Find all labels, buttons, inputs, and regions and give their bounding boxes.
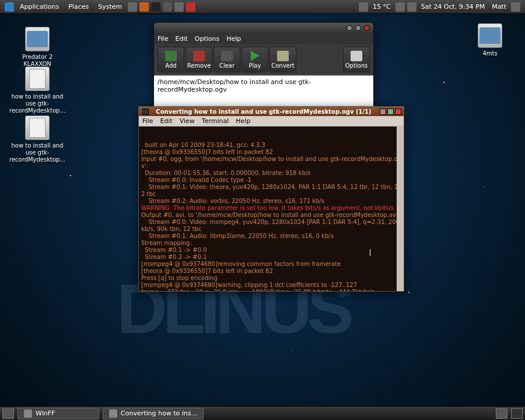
terminal-line: Stream #0.2 -> #0.1 [141,254,401,261]
help-menu[interactable]: Help [226,35,241,43]
applications-menu[interactable]: Applications [15,3,64,10]
terminal-icon[interactable] [151,2,160,12]
terminal-line: [theora @ 0x9336550]7 bits left in packe… [141,268,401,275]
play-button[interactable]: Play [242,47,268,72]
firefox-icon[interactable] [139,2,149,12]
volume-icon[interactable] [407,2,416,12]
close-button[interactable] [395,108,401,115]
options-button[interactable]: Options [343,47,370,72]
clear-button[interactable]: Clear [214,47,240,72]
desktop-icon-howto1[interactable]: how to install and use gtk-recordMydeskt… [8,66,66,114]
terminal-line: frame= 433 fps= 30 q=31.0 size= 1806kB t… [141,289,401,291]
file-entry[interactable]: /home/mcw/Desktop/how to install and use… [158,78,370,93]
desktop-icon-label: how to install and use gtk-recordMydeskt… [8,93,66,114]
terminal-line: Output #0, avi, to '/home/mcw/Desktop/ho… [141,212,401,219]
terminal-titlebar[interactable]: Converting how to install and use gtk-re… [139,107,404,116]
remove-button[interactable]: Remove [186,47,212,72]
file-menu[interactable]: File [142,117,153,125]
folder-icon [25,27,50,51]
star [443,82,444,83]
text-cursor [370,249,370,256]
trash-icon[interactable] [511,408,523,419]
minus-icon [193,51,205,61]
winff-menubar: File Edit Options Help [154,33,373,44]
launcher-icon-5[interactable] [174,2,184,12]
folder-icon [478,23,502,48]
show-desktop-button[interactable] [2,408,14,419]
desktop-icon-howto2[interactable]: how to install and use gtk-recordMydeskt… [8,116,66,163]
edit-menu[interactable]: Edit [175,35,187,43]
terminal-line: Press [q] to stop encoding [141,275,401,282]
terminal-window: Converting how to install and use gtk-re… [138,106,404,292]
help-menu[interactable]: Help [236,117,250,125]
desktop-icon-4mts[interactable]: 4mts [461,23,519,57]
terminal-line: Stream #0.2: Audio: vorbis, 22050 Hz, st… [141,198,401,205]
play-icon [249,51,261,61]
file-menu[interactable]: File [158,35,168,43]
options-menu[interactable]: Options [195,35,219,43]
add-button[interactable]: Add [158,47,184,72]
minimize-button[interactable] [346,25,352,31]
start-icon[interactable] [5,2,14,12]
scrollbar[interactable] [397,125,404,291]
document-icon [25,66,50,91]
tray-icon-2[interactable] [396,2,405,12]
maximize-button[interactable] [355,25,361,31]
terminal-output[interactable]: built on Apr 10 2009 23:18:41, gcc: 4.3.… [139,127,404,291]
terminal-line: Duration: 00:01:55.36, start: 0.000000, … [141,170,401,177]
terminal-line: WARNING: The bitrate parameter is set to… [141,205,401,212]
app-icon [109,410,117,418]
desktop-icon-label: 4mts [461,50,519,57]
maximize-button[interactable] [387,108,394,115]
search-icon[interactable] [163,2,172,12]
weather-temp[interactable]: 15 °C [369,3,394,10]
app-icon [24,410,32,418]
star [408,292,410,293]
winff-window: File Edit Options Help Add Remove Clear … [153,22,374,113]
terminal-line: built on Apr 10 2009 23:18:41, gcc: 4.3.… [141,142,401,149]
record-icon[interactable] [186,2,195,12]
window-menu-icon[interactable] [142,108,149,115]
user-menu[interactable]: Matt [488,3,510,10]
terminal-line: Input #0, ogg, from '/home/mcw/Desktop/h… [141,156,401,170]
play-label: Play [249,62,261,69]
task-label: Converting how to ins... [121,410,197,417]
options-label: Options [345,62,368,69]
terminal-title: Converting how to install and use gtk-re… [149,108,379,115]
terminal-menubar: File Edit View Terminal Help [139,116,404,127]
remove-label: Remove [187,62,211,69]
terminal-menu[interactable]: Terminal [202,117,229,125]
view-menu[interactable]: View [180,117,195,125]
winff-titlebar[interactable] [154,23,373,33]
edit-menu[interactable]: Edit [160,117,172,125]
terminal-line: [msmpeg4 @ 0x9374680]removing common fac… [141,261,401,268]
star [292,350,292,351]
plus-icon [165,51,177,61]
close-button[interactable] [364,25,370,31]
system-menu[interactable]: System [93,3,127,10]
document-icon [25,116,50,140]
terminal-line: Stream #0.0: Video: msmpeg4, yuv420p, 12… [141,219,401,233]
add-label: Add [165,62,176,69]
clear-icon [221,51,233,61]
places-menu[interactable]: Places [64,3,93,10]
terminal-line: Stream #0.1 -> #0.0 [141,247,401,254]
bottom-panel: WinFF Converting how to ins... [0,406,525,420]
tray-icon-1[interactable] [359,2,368,12]
taskbar-item-terminal[interactable]: Converting how to ins... [103,408,204,419]
clear-label: Clear [219,62,235,69]
convert-button[interactable]: Convert [270,47,296,72]
options-icon [351,51,362,61]
terminal-line: Stream mapping: [141,240,401,247]
task-label: WinFF [36,410,55,417]
winff-toolbar: Add Remove Clear Play Convert Options [154,44,373,75]
shutdown-icon[interactable] [511,2,520,12]
workspace-switcher[interactable] [496,408,508,419]
desktop-icon-label: how to install and use gtk-recordMydeskt… [8,142,66,163]
minimize-button[interactable] [380,108,386,115]
taskbar-item-winff[interactable]: WinFF [18,408,99,419]
terminal-line: Stream #0.1: Audio: libmp3lame, 22050 Hz… [141,233,401,240]
launcher-icon-1[interactable] [128,2,137,12]
clock[interactable]: Sat 24 Oct, 9:34 PM [418,3,488,10]
desktop-icon-predator[interactable]: Predator 2 KLAXXON [8,27,66,68]
